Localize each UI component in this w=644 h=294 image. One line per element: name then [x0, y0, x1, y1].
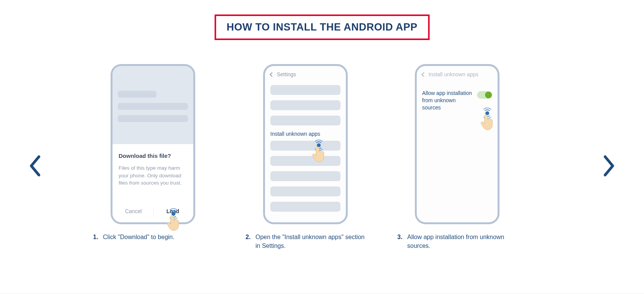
placeholder-row — [270, 156, 340, 166]
step-1-phone-background — [112, 66, 193, 144]
step-2-caption: 2. Open the "Install unknown apps" secti… — [243, 233, 368, 250]
step-3-phone-mock: Install unknown apps Allow app installat… — [415, 64, 499, 224]
install-unknown-apps-header[interactable]: Install unknown apps — [417, 66, 498, 83]
placeholder-line — [118, 115, 188, 122]
step-number: 1. — [93, 233, 100, 241]
placeholder-row — [270, 85, 340, 95]
page-title: HOW TO INSTALL THE ANDROID APP — [226, 21, 418, 33]
step-number: 3. — [397, 233, 404, 250]
page-title-box: HOW TO INSTALL THE ANDROID APP — [214, 14, 430, 40]
chevron-left-icon — [421, 72, 426, 77]
step-1: Download this file? Files of this type m… — [90, 64, 216, 241]
settings-list: Install unknown apps — [265, 83, 346, 212]
toggle-knob — [485, 92, 492, 98]
placeholder-row — [270, 116, 340, 125]
carousel-next-button[interactable] — [600, 151, 619, 181]
chevron-left-icon — [270, 72, 275, 77]
step-caption-text: Open the "Install unknown apps" section … — [255, 233, 365, 250]
download-confirm-dialog: Download this file? Files of this type m… — [112, 144, 193, 222]
settings-header[interactable]: Settings — [265, 66, 346, 83]
chevron-left-icon — [28, 155, 41, 177]
dialog-title: Download this file? — [119, 153, 187, 159]
allow-unknown-sources-row: Allow app installation from unknown sour… — [422, 90, 492, 111]
carousel-prev-button[interactable] — [25, 151, 44, 181]
placeholder-row — [270, 202, 340, 212]
allow-unknown-sources-toggle[interactable] — [477, 91, 492, 99]
dialog-body: Files of this type may harm your phone. … — [119, 164, 187, 187]
step-2: Settings Install unknown apps 2. Op — [243, 64, 368, 250]
load-button[interactable]: Load — [154, 208, 192, 214]
chevron-right-icon — [603, 155, 616, 177]
install-unknown-apps-row[interactable]: Install unknown apps — [270, 131, 340, 137]
placeholder-line — [118, 103, 188, 110]
step-3-caption: 3. Allow app installation from unknown s… — [394, 233, 520, 250]
step-number: 2. — [246, 233, 252, 250]
step-2-phone-mock: Settings Install unknown apps — [263, 64, 348, 224]
install-unknown-apps-header-label: Install unknown apps — [429, 71, 479, 77]
placeholder-row — [270, 141, 340, 151]
step-caption-text: Click "Download" to begin. — [103, 233, 174, 241]
placeholder-line — [118, 91, 156, 98]
step-1-phone-mock: Download this file? Files of this type m… — [111, 64, 195, 224]
cancel-button[interactable]: Cancel — [114, 208, 153, 214]
allow-unknown-sources-label: Allow app installation from unknown sour… — [422, 90, 473, 111]
step-1-caption: 1. Click "Download" to begin. — [90, 233, 216, 241]
step-caption-text: Allow app installation from unknown sour… — [407, 233, 517, 250]
placeholder-row — [270, 171, 340, 181]
settings-header-label: Settings — [277, 71, 296, 77]
placeholder-row — [270, 100, 340, 110]
placeholder-row — [270, 186, 340, 196]
step-3: Install unknown apps Allow app installat… — [394, 64, 520, 250]
